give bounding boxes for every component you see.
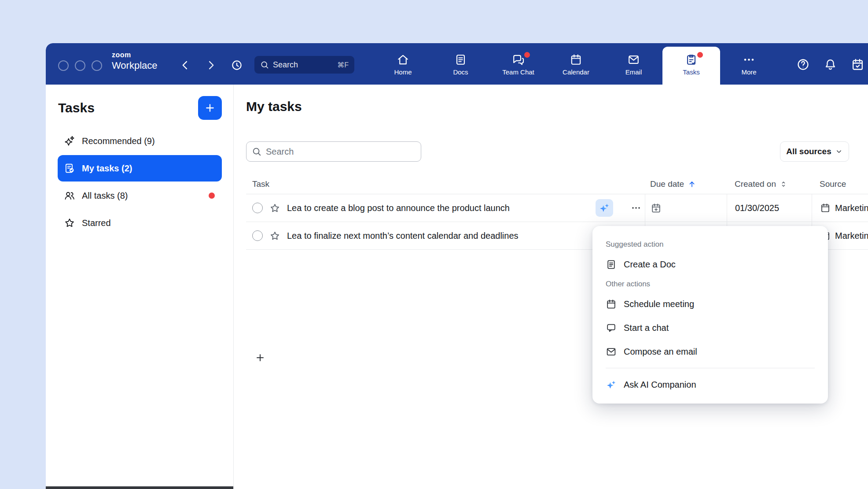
plus-icon: [204, 102, 216, 114]
sort-chevrons-icon: [780, 180, 787, 188]
window-close-button[interactable]: [58, 60, 69, 71]
ellipsis-icon: [631, 203, 641, 213]
sources-filter-dropdown[interactable]: All sources: [780, 141, 849, 162]
plus-icon: [255, 352, 265, 363]
menu-item-label: Start a chat: [624, 323, 669, 333]
history-button[interactable]: [231, 59, 243, 71]
email-icon: [627, 53, 640, 66]
calendar-panel-button[interactable]: [851, 58, 864, 71]
team-chat-badge-dot: [523, 51, 531, 59]
task-title: Lea to create a blog post to announce th…: [287, 203, 510, 213]
menu-divider: [606, 368, 815, 368]
window-zoom-button[interactable]: [92, 60, 102, 71]
global-search[interactable]: Search ⌘F: [254, 56, 354, 74]
sidebar-item-recommended[interactable]: Recommended (9): [58, 128, 222, 154]
nav-more[interactable]: More: [720, 43, 778, 85]
sparkles-icon: [64, 135, 75, 147]
column-header-due-date[interactable]: Due date: [645, 179, 727, 189]
sidebar-item-label: Recommended (9): [82, 136, 155, 146]
nav-home[interactable]: Home: [374, 43, 432, 85]
menu-item-create-doc[interactable]: Create a Doc: [592, 252, 828, 276]
menu-item-schedule-meeting[interactable]: Schedule meeting: [592, 292, 828, 316]
column-header-source: Source: [812, 179, 868, 189]
logo-zoom-text: zoom: [112, 51, 158, 59]
nav-label: Home: [394, 69, 412, 75]
nav-docs[interactable]: Docs: [432, 43, 489, 85]
source-label: Marketing: [835, 231, 868, 241]
add-task-button[interactable]: [251, 349, 269, 367]
menu-item-compose-email[interactable]: Compose an email: [592, 340, 828, 363]
sidebar-item-label: My tasks (2): [82, 163, 132, 174]
app-window: zoom Workplace Search ⌘F Home Docs: [46, 43, 868, 489]
tasks-toolbar: All sources: [246, 141, 868, 162]
task-search-input[interactable]: [246, 141, 421, 162]
calendar-check-icon: [851, 58, 864, 71]
menu-item-label: Create a Doc: [624, 259, 676, 270]
task-title: Lea to finalize next month’s content cal…: [287, 231, 519, 241]
nav-label: Team Chat: [502, 69, 534, 75]
nav-label: Calendar: [563, 69, 589, 75]
sidebar-item-starred[interactable]: Starred: [58, 210, 222, 236]
nav-tasks[interactable]: Tasks: [662, 47, 720, 85]
logo-workplace-text: Workplace: [112, 60, 158, 71]
ai-sparkle-icon: [606, 379, 617, 390]
sidebar-title: Tasks: [58, 100, 95, 115]
nav-label: More: [741, 69, 756, 75]
chevron-down-icon: [835, 148, 843, 156]
tasks-sidebar: Tasks Recommended (9) My tasks (2) All t…: [46, 85, 234, 489]
due-date-label: Due date: [650, 179, 684, 189]
column-header-created-on[interactable]: Created on: [727, 179, 812, 189]
star-icon[interactable]: [269, 230, 280, 241]
source-label: Marketing: [835, 203, 868, 213]
chevron-left-icon: [179, 59, 191, 71]
help-button[interactable]: [796, 58, 810, 71]
star-icon[interactable]: [269, 203, 280, 214]
forward-button[interactable]: [205, 59, 217, 71]
task-row[interactable]: Lea to create a blog post to announce th…: [246, 194, 868, 222]
new-task-button[interactable]: [198, 96, 222, 120]
search-shortcut-hint: ⌘F: [337, 61, 349, 69]
created-on-label: Created on: [735, 179, 776, 189]
envelope-icon: [606, 346, 617, 357]
doc-icon: [606, 259, 617, 270]
window-controls: [58, 60, 102, 71]
nav-label: Email: [625, 69, 642, 75]
help-icon: [796, 58, 810, 71]
nav-email[interactable]: Email: [605, 43, 662, 85]
sidebar-header: Tasks: [46, 85, 233, 128]
sort-arrow-up-icon: [688, 180, 696, 189]
my-tasks-icon: [64, 163, 75, 174]
task-more-button[interactable]: [628, 200, 643, 215]
nav-label: Docs: [453, 69, 468, 75]
menu-item-start-chat[interactable]: Start a chat: [592, 316, 828, 340]
sidebar-item-my-tasks[interactable]: My tasks (2): [58, 155, 222, 182]
zoom-workplace-logo: zoom Workplace: [112, 51, 158, 71]
notifications-button[interactable]: [824, 58, 837, 71]
table-header: Task Due date Created on Source: [246, 174, 868, 194]
ai-sparkle-icon: [599, 202, 610, 214]
window-minimize-button[interactable]: [75, 60, 85, 71]
nav-team-chat[interactable]: Team Chat: [489, 43, 547, 85]
task-complete-checkbox[interactable]: [252, 230, 263, 241]
global-search-placeholder: Search: [273, 60, 298, 70]
due-date-cell: [645, 194, 727, 222]
nav-calendar[interactable]: Calendar: [547, 43, 605, 85]
source-cell: Marketing: [812, 194, 868, 222]
back-button[interactable]: [179, 59, 191, 71]
sidebar-item-all-tasks[interactable]: All tasks (8): [58, 182, 222, 209]
chat-bubble-icon: [606, 322, 617, 333]
task-complete-checkbox[interactable]: [252, 203, 263, 213]
ai-companion-actions-button[interactable]: [596, 199, 613, 217]
add-due-date-calendar-icon[interactable]: [651, 203, 662, 214]
sources-filter-label: All sources: [786, 147, 831, 156]
ai-actions-menu: Suggested action Create a Doc Other acti…: [592, 226, 828, 404]
menu-item-ask-ai-companion[interactable]: Ask AI Companion: [592, 373, 828, 396]
people-icon: [64, 190, 75, 201]
menu-section-other: Other actions: [592, 276, 828, 292]
home-icon: [397, 53, 409, 66]
menu-item-label: Ask AI Companion: [624, 380, 696, 390]
chevron-right-icon: [205, 59, 217, 71]
tasks-badge-dot: [696, 51, 704, 59]
more-ellipsis-icon: [743, 53, 755, 66]
task-cell: Lea to finalize next month’s content cal…: [246, 222, 645, 249]
